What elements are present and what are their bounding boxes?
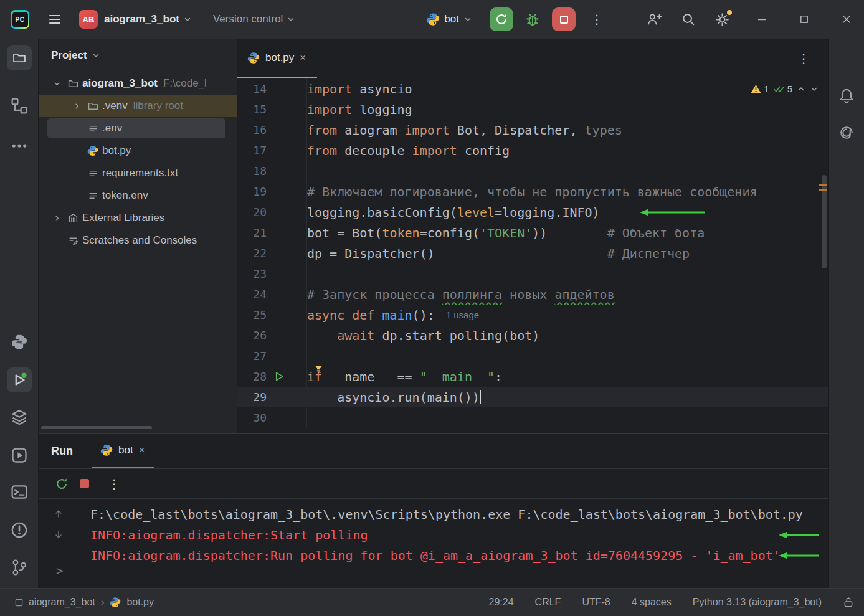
warning-stripe-mark[interactable] [819, 189, 827, 191]
code-editor[interactable]: 1 5 [237, 78, 828, 433]
structure-tool-icon[interactable] [11, 97, 28, 115]
indent-setting[interactable]: 4 spaces [632, 597, 672, 608]
settings-gear-icon[interactable] [713, 10, 732, 29]
chevron-down-icon[interactable] [183, 15, 192, 24]
tree-item-venv[interactable]: .venvlibrary root [39, 95, 237, 117]
breadcrumb-file[interactable]: bot.py [126, 597, 154, 608]
project-tool-icon[interactable] [7, 45, 32, 70]
breadcrumb-project[interactable]: aiogram_3_bot [29, 597, 95, 608]
warning-stripe-mark[interactable] [819, 184, 827, 186]
python-console-tool-icon[interactable] [11, 334, 27, 350]
line-number[interactable]: 28 [237, 370, 267, 383]
line-number[interactable]: 16 [237, 123, 267, 136]
chevron-down-icon[interactable] [92, 51, 100, 60]
line-number[interactable]: 22 [237, 247, 267, 260]
run-button[interactable] [490, 7, 513, 31]
code-line-27[interactable]: 27 [237, 346, 828, 366]
minimize-button[interactable] [749, 7, 774, 32]
code-line-29[interactable]: 29 asyncio.run(main()) [237, 387, 828, 407]
line-number[interactable]: 29 [237, 391, 267, 404]
code-line-26[interactable]: 26 await dp.start_polling(bot) [237, 325, 828, 346]
vcs-widget[interactable]: Version control [213, 13, 283, 26]
run-configuration-selector[interactable]: bot [426, 12, 472, 26]
debug-button[interactable] [521, 7, 544, 31]
line-number[interactable]: 23 [237, 267, 267, 280]
console-prompt[interactable]: > [56, 564, 63, 577]
stop-button[interactable] [552, 7, 576, 31]
code-line-22[interactable]: 22dp = Dispatcher() # Диспетчер [237, 243, 828, 263]
chevron-right-icon[interactable] [49, 214, 65, 222]
editor-gutter[interactable] [267, 371, 306, 382]
horizontal-scrollbar[interactable] [41, 426, 152, 429]
maximize-button[interactable] [792, 7, 817, 32]
run-tool-icon[interactable] [7, 367, 32, 392]
run-console[interactable]: > F:\code_last\bots\aiogram_3_bot\.venv\… [39, 499, 828, 588]
code-line-19[interactable]: 19# Включаем логирование, чтобы не пропу… [237, 181, 828, 202]
python-interpreter[interactable]: Python 3.13 (aiogram_3_bot) [693, 597, 822, 608]
problems-tool-icon[interactable] [11, 521, 28, 539]
project-badge[interactable]: AB [79, 10, 98, 29]
warnings-indicator[interactable]: 1 [751, 83, 769, 94]
next-problem-icon[interactable] [810, 85, 819, 93]
line-separator[interactable]: CRLF [535, 597, 561, 608]
line-number[interactable]: 30 [237, 411, 267, 424]
terminal-tool-icon[interactable] [11, 483, 28, 501]
usages-inlay[interactable]: 1 usage [446, 310, 479, 320]
line-number[interactable]: 24 [237, 288, 267, 301]
cursor-position[interactable]: 29:24 [489, 597, 514, 608]
tree-item-env[interactable]: .env [39, 117, 237, 140]
code-line-24[interactable]: 24# Запуск процесса поллинга новых апдей… [237, 284, 828, 305]
tree-item-aiogram-3-bot[interactable]: aiogram_3_botF:\code_l [39, 72, 237, 95]
code-line-20[interactable]: 20logging.basicConfig(level=logging.INFO… [237, 202, 828, 222]
lock-icon[interactable] [843, 597, 854, 608]
code-line-16[interactable]: 16from aiogram import Bot, Dispatcher, t… [237, 120, 828, 140]
tab-bot-py[interactable]: bot.py × [237, 39, 317, 78]
run-line-icon[interactable] [274, 371, 285, 382]
close-button[interactable] [834, 7, 859, 32]
python-packages-tool-icon[interactable] [11, 409, 28, 426]
tree-item-bot-py[interactable]: bot.py [39, 140, 237, 162]
line-number[interactable]: 18 [237, 164, 267, 178]
more-actions-icon[interactable]: ⋮ [587, 9, 607, 29]
code-line-23[interactable]: 23 [237, 263, 828, 284]
tree-item-scratches-and-consoles[interactable]: Scratches and Consoles [39, 229, 237, 252]
tree-item-requirements-txt[interactable]: requirements.txt [39, 162, 237, 184]
ai-assistant-icon[interactable] [838, 125, 855, 141]
notifications-bell-icon[interactable] [838, 88, 855, 104]
code-line-25[interactable]: 25async def main():1 usage [237, 305, 828, 325]
run-tab-bot[interactable]: bot × [92, 434, 154, 468]
project-widget[interactable]: aiogram_3_bot [104, 13, 179, 26]
close-tab-icon[interactable]: × [300, 52, 306, 63]
chevron-down-icon[interactable] [49, 80, 65, 88]
line-number[interactable]: 26 [237, 329, 267, 342]
services-tool-icon[interactable] [11, 447, 28, 464]
chevron-right-icon[interactable] [69, 102, 85, 110]
code-line-21[interactable]: 21bot = Bot(token=config('TOKEN')) # Объ… [237, 222, 828, 243]
line-number[interactable]: 17 [237, 144, 267, 157]
line-number[interactable]: 15 [237, 103, 267, 116]
more-tool-windows-icon[interactable] [11, 137, 28, 154]
tree-item-external-libraries[interactable]: External Libraries [39, 207, 237, 229]
more-options-icon[interactable]: ⋮ [104, 474, 124, 494]
line-number[interactable]: 21 [237, 226, 267, 239]
stop-icon[interactable] [80, 479, 89, 488]
code-line-14[interactable]: 14import asyncio [237, 78, 828, 99]
code-line-15[interactable]: 15import logging [237, 99, 828, 120]
version-control-tool-icon[interactable] [11, 559, 28, 576]
code-with-me-icon[interactable] [644, 10, 664, 29]
code-line-17[interactable]: 17from decouple import config [237, 140, 828, 161]
passed-checks-indicator[interactable]: 5 [774, 83, 792, 94]
main-menu-icon[interactable] [49, 15, 60, 24]
line-number[interactable]: 19 [237, 185, 267, 198]
prev-problem-icon[interactable] [797, 85, 805, 93]
code-line-30[interactable]: 30 [237, 407, 828, 428]
line-number[interactable]: 20 [237, 206, 267, 219]
line-number[interactable]: 25 [237, 308, 267, 321]
chevron-down-icon[interactable] [287, 15, 295, 24]
project-panel-title[interactable]: Project [51, 49, 87, 62]
tree-item-token-env[interactable]: token.env [39, 184, 237, 207]
line-number[interactable]: 14 [237, 82, 267, 95]
editor-options-icon[interactable]: ⋮ [795, 49, 812, 69]
file-encoding[interactable]: UTF-8 [582, 597, 610, 608]
code-line-18[interactable]: 18 [237, 161, 828, 181]
